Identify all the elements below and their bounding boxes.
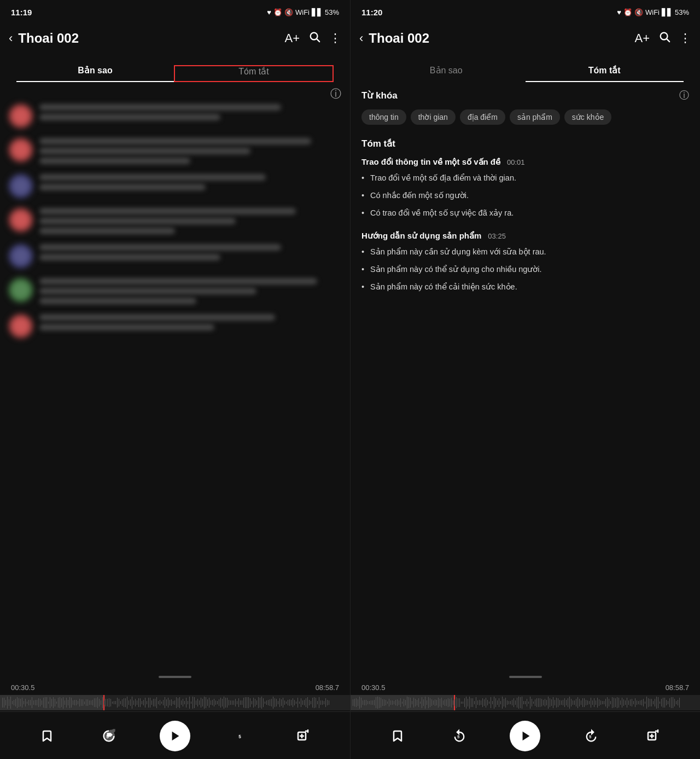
keyword-tag[interactable]: sức khỏe bbox=[564, 109, 611, 125]
tick bbox=[25, 699, 26, 707]
tick bbox=[363, 700, 363, 705]
tick bbox=[368, 701, 368, 704]
tick bbox=[556, 698, 557, 708]
tick bbox=[46, 697, 47, 708]
tick bbox=[22, 698, 22, 708]
tick bbox=[122, 699, 122, 706]
tick bbox=[472, 698, 473, 707]
tick bbox=[12, 701, 13, 704]
tick bbox=[45, 697, 45, 708]
back-button-right[interactable]: ‹ bbox=[359, 31, 363, 45]
tick bbox=[69, 697, 70, 708]
tick bbox=[543, 700, 544, 705]
tick bbox=[648, 698, 649, 706]
text-line bbox=[39, 298, 196, 304]
bookmark-button-right[interactable] bbox=[387, 725, 409, 747]
back-button-left[interactable]: ‹ bbox=[9, 31, 13, 45]
tick bbox=[477, 700, 478, 705]
tick bbox=[502, 697, 503, 709]
tick bbox=[653, 701, 654, 704]
transcript-rows bbox=[0, 88, 350, 344]
tick bbox=[107, 699, 108, 706]
waveform-right[interactable]: for(let i=0;i<200;i++){ const h = 4 + Ma… bbox=[351, 695, 700, 710]
format-icon-right[interactable]: A+ bbox=[634, 31, 650, 45]
tick bbox=[30, 700, 31, 705]
tick bbox=[532, 699, 532, 706]
tick bbox=[204, 697, 205, 709]
tick bbox=[206, 697, 206, 709]
forward-5s-button-right[interactable]: 5 bbox=[580, 725, 602, 747]
rewind-5s-button-right[interactable]: 5 bbox=[448, 725, 470, 747]
keyword-tag[interactable]: thông tin bbox=[361, 109, 406, 125]
format-icon-left[interactable]: A+ bbox=[284, 31, 300, 45]
tick bbox=[413, 698, 414, 708]
tick bbox=[186, 698, 186, 708]
tab-ban-sao-right[interactable]: Bản sao bbox=[367, 65, 526, 82]
search-icon-right[interactable] bbox=[658, 31, 670, 46]
tick bbox=[38, 698, 39, 708]
tick bbox=[571, 699, 571, 706]
keyword-tag[interactable]: sản phẩm bbox=[510, 109, 560, 125]
status-icons-right: ♥ ⏰ 🔇 WiFi ▋▋ 53% bbox=[617, 8, 689, 16]
tick bbox=[135, 699, 136, 706]
waveform-left[interactable]: // Generate waveform ticks inline-style … bbox=[0, 695, 350, 710]
tab-ban-sao-left[interactable]: Bản sao bbox=[16, 65, 174, 82]
tick bbox=[584, 698, 585, 707]
tick bbox=[499, 698, 499, 708]
tick bbox=[115, 701, 116, 704]
avatar bbox=[9, 244, 33, 268]
tick bbox=[124, 698, 124, 707]
keyword-tag[interactable]: địa điểm bbox=[460, 109, 505, 125]
play-button-right[interactable] bbox=[510, 721, 540, 751]
text-lines bbox=[39, 208, 341, 234]
add-clip-button-right[interactable] bbox=[642, 725, 664, 747]
tick bbox=[489, 702, 489, 704]
play-button-left[interactable] bbox=[160, 721, 190, 751]
tick bbox=[558, 698, 558, 708]
tick bbox=[220, 698, 221, 708]
tick bbox=[386, 700, 386, 705]
forward-5s-button-left[interactable]: 5 bbox=[230, 725, 252, 747]
text-lines bbox=[39, 174, 341, 190]
tick bbox=[586, 700, 586, 705]
tab-tom-tat-left[interactable]: Tóm tắt bbox=[174, 65, 334, 82]
tick bbox=[263, 698, 264, 707]
add-clip-button-left[interactable] bbox=[292, 725, 314, 747]
tick bbox=[37, 700, 37, 705]
tick bbox=[132, 697, 132, 709]
more-icon-left[interactable]: ⋮ bbox=[329, 31, 341, 45]
bookmark-button-left[interactable] bbox=[36, 725, 58, 747]
tick bbox=[51, 699, 52, 706]
tick bbox=[35, 700, 36, 705]
tick bbox=[546, 700, 547, 705]
keyword-tag[interactable]: thời gian bbox=[411, 109, 456, 125]
battery-right: 53% bbox=[675, 8, 689, 16]
header-right: ‹ Thoai 002 A+ ⋮ bbox=[351, 22, 700, 55]
tick bbox=[217, 701, 218, 705]
bullet-item: Sản phẩm này cần sử dụng kèm với sữa bột… bbox=[361, 246, 689, 258]
tick bbox=[638, 701, 639, 704]
svg-text:5: 5 bbox=[238, 734, 241, 739]
more-icon-right[interactable]: ⋮ bbox=[679, 31, 691, 45]
tick bbox=[178, 698, 178, 708]
mute-icon: 🔇 bbox=[284, 8, 293, 16]
tick bbox=[479, 700, 480, 705]
tick bbox=[528, 702, 529, 704]
search-icon-left[interactable] bbox=[308, 31, 320, 46]
tick bbox=[192, 697, 193, 708]
tick bbox=[400, 698, 401, 706]
tick bbox=[507, 700, 508, 705]
rewind-5s-button-left[interactable]: 5 bbox=[98, 725, 120, 747]
tick bbox=[17, 697, 18, 709]
tick bbox=[450, 699, 450, 706]
svg-line-11 bbox=[667, 39, 669, 42]
svg-text:5: 5 bbox=[589, 734, 591, 739]
tick bbox=[482, 698, 483, 707]
tick bbox=[248, 697, 249, 709]
svg-marker-3 bbox=[172, 732, 179, 741]
tick bbox=[423, 699, 424, 706]
tab-tom-tat-right[interactable]: Tóm tắt bbox=[526, 65, 684, 82]
tick bbox=[284, 700, 285, 705]
status-bar-left: 11:19 ♥ ⏰ 🔇 WiFi ▋▋ 53% bbox=[0, 0, 350, 22]
tick bbox=[661, 699, 662, 706]
